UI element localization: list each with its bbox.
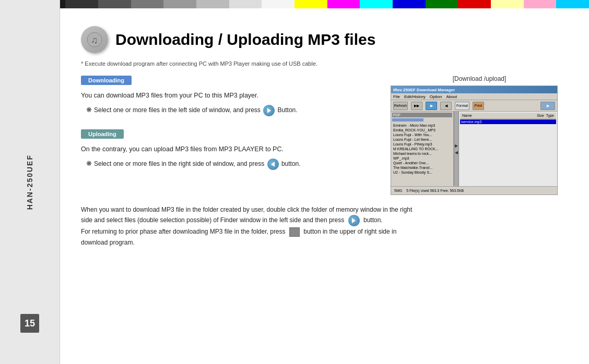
dm-name-col: Name [462, 114, 472, 117]
dm-middle-controls: ▶ ◀ [454, 112, 459, 186]
toolbar-btn-3[interactable]: ▶ [426, 102, 437, 110]
dm-status-left: 5MG [394, 189, 402, 192]
svg-text:♫: ♫ [91, 35, 98, 45]
bottom-line-1: When you want to download MP3 file in th… [81, 204, 568, 215]
toolbar-btn-4[interactable]: ◀ [440, 102, 452, 110]
dm-file-item-2[interactable]: Emilia_ROCK-YOU_.MP3 [392, 128, 452, 132]
menu-edit[interactable]: Edit/History [404, 94, 426, 99]
toolbar-btn-2[interactable]: ▶▶ [411, 102, 422, 110]
dm-file-item-11[interactable]: U2 - Sunday Bloody S... [392, 170, 452, 175]
dm-window: iRev 250EF Download Manager File Edit/Hi… [391, 86, 557, 195]
dm-right-header: Name Size Type [460, 113, 556, 119]
uploading-bullet1: ❋ Select one or more files in the right … [86, 159, 380, 170]
dm-file-item-7[interactable]: Michael learns to rock... [392, 151, 452, 156]
toolbar-btn-5[interactable]: Format [455, 102, 469, 110]
toolbar-btn-6[interactable]: Print [473, 102, 484, 110]
downloading-bullet1: ❋ Select one or more files in the left s… [86, 105, 380, 116]
dm-titlebar: iRev 250EF Download Manager [391, 86, 557, 93]
title-area: ♫ Downloading / Uploading MP3 files [81, 26, 568, 53]
bullet-asterisk-2: ❋ [86, 159, 92, 169]
downloading-bullet-text: Select one or more files in the left sid… [94, 105, 298, 116]
dm-left-panel: PDF Eminem - Micro Man.mp3 Emilia_ROCK-Y… [391, 112, 454, 186]
bottom-line-3: For returning to prior phase after downl… [81, 226, 568, 237]
dm-file-item-6[interactable]: M KREALLING TO ROCK... [392, 147, 452, 151]
menu-about[interactable]: About [446, 94, 457, 99]
uploading-para1: On the contrary, you can upload MP3 file… [81, 144, 380, 154]
right-column: [Download /upload] iRev 250EF Download M… [391, 75, 568, 195]
arrow-icon-bottom [352, 218, 356, 223]
menu-file[interactable]: File [393, 94, 400, 99]
dm-file-item-3[interactable]: Louns Fupi - With You... [392, 132, 452, 137]
toolbar-btn-7[interactable]: ▶ [540, 102, 555, 110]
sidebar: HAN-250UEF 15 [0, 0, 60, 364]
music-icon: ♫ [81, 26, 108, 53]
dm-menubar: File Edit/History Option About [391, 93, 557, 100]
subtitle: * Execute download program after connect… [81, 60, 568, 67]
dm-toolbar: Refresh ▶▶ ▶ ◀ Format Print ▶ [391, 100, 557, 112]
dm-left-header: PDF [392, 113, 452, 117]
arrow-left-icon [271, 162, 275, 167]
dm-arrow-left[interactable]: ◀ [455, 150, 458, 155]
uploading-section: Uploading On the contrary, you can uploa… [81, 129, 380, 170]
dm-statusbar: 5MG 5 File(s) Used 563.3 Free: 563.5KB [391, 186, 557, 195]
sidebar-label: HAN-250UEF [26, 154, 34, 210]
dm-file-item-4[interactable]: Louns Fupi - Let there... [392, 137, 452, 142]
dm-type-col: Type [546, 114, 554, 117]
screenshot-label: [Download /upload] [391, 75, 568, 82]
dm-size-col: Size [537, 114, 544, 117]
bottom-button-inline [348, 215, 360, 226]
bottom-line-2: side and select files (double selection … [81, 215, 568, 226]
upload-button-inline [267, 159, 279, 170]
dm-title: iRev 250EF Download Manager [393, 88, 455, 92]
bottom-text-area: When you want to download MP3 file in th… [81, 204, 568, 248]
dm-status-right: 5 File(s) Used 563.3 Free: 563.5KB [406, 189, 464, 192]
page-number: 15 [20, 314, 39, 333]
dm-file-item-9[interactable]: Quiet - Another One... [392, 161, 452, 165]
main-content: ♫ Downloading / Uploading MP3 files * Ex… [60, 0, 589, 364]
dm-file-item-10[interactable]: The Matchstike-Transf... [392, 165, 452, 170]
downloading-para1: You can download MP3 files from your PC … [81, 90, 380, 101]
dm-file-item-8[interactable]: WP_.mp3 [392, 156, 452, 161]
folder-icon-inline [289, 227, 300, 237]
content-row: Downloading You can download MP3 files f… [81, 75, 568, 195]
dm-progress-bar [392, 118, 423, 122]
dm-body: PDF Eminem - Micro Man.mp3 Emilia_ROCK-Y… [391, 112, 557, 186]
uploading-badge: Uploading [81, 129, 124, 139]
download-button-inline [263, 105, 275, 116]
downloading-badge: Downloading [81, 76, 132, 85]
menu-option[interactable]: Option [430, 94, 442, 99]
screenshot-box: iRev 250EF Download Manager File Edit/Hi… [391, 86, 558, 195]
dm-file-item-1[interactable]: Eminem - Micro Man.mp3 [392, 123, 452, 128]
bullet-asterisk: ❋ [86, 105, 92, 116]
toolbar-btn-1[interactable]: Refresh [393, 102, 408, 110]
dm-right-file-selected[interactable]: iservice.mp3 [460, 119, 556, 124]
uploading-bullet-text: Select one or more files in the right si… [94, 159, 301, 170]
arrow-icon [267, 108, 271, 113]
page-title: Downloading / Uploading MP3 files [115, 31, 375, 48]
downloading-section: Downloading You can download MP3 files f… [81, 75, 380, 116]
bottom-line-4: download program. [81, 237, 568, 248]
dm-right-panel: Name Size Type iservice.mp3 [459, 112, 557, 186]
dm-arrow-right[interactable]: ▶ [455, 143, 458, 148]
dm-file-item-5[interactable]: Louns Fupi - PiNey.mp3 [392, 142, 452, 147]
left-column: Downloading You can download MP3 files f… [81, 75, 380, 195]
